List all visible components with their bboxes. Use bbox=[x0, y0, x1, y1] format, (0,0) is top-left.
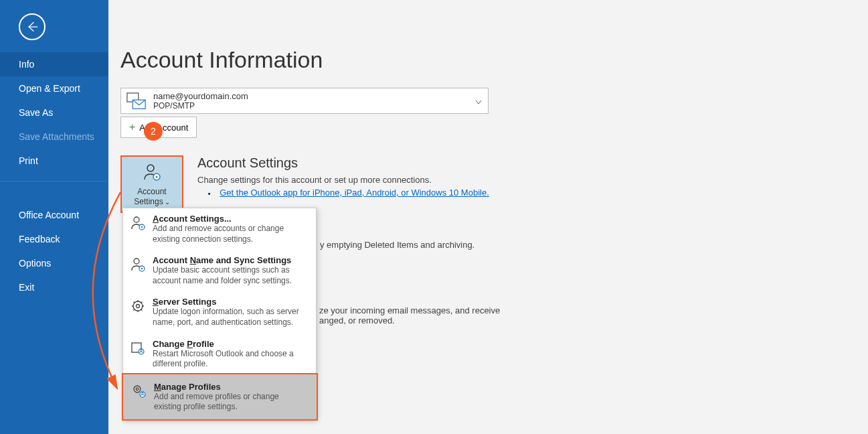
dd-item-name-sync[interactable]: Account Name and Sync SettingsUpdate bas… bbox=[123, 250, 316, 291]
dd-title: Change Profile bbox=[153, 339, 309, 349]
dd-title: Account Settings... bbox=[153, 214, 309, 224]
tile-label-1: Account bbox=[137, 187, 166, 196]
dd-desc: Add and remove accounts or change existi… bbox=[153, 224, 309, 244]
plus-icon: + bbox=[129, 121, 135, 133]
outlook-app-link-row: Get the Outlook app for iPhone, iPad, An… bbox=[208, 188, 586, 198]
tile-label-2: Settings bbox=[134, 197, 163, 206]
svg-point-20 bbox=[134, 386, 141, 392]
dd-item-server-settings[interactable]: Server SettingsUpdate logon information,… bbox=[123, 291, 316, 333]
sidebar-item-print[interactable]: Print bbox=[0, 149, 108, 173]
backstage-sidebar: Info Open & Export Save As Save Attachme… bbox=[0, 0, 108, 434]
svg-point-9 bbox=[134, 217, 139, 222]
svg-point-6 bbox=[147, 165, 154, 171]
sidebar-item-exit[interactable]: Exit bbox=[0, 275, 108, 299]
annotation-badge-2: 2 bbox=[144, 122, 163, 141]
mailbox-fragment: y emptying Deleted Items and archiving. bbox=[320, 240, 588, 250]
account-selector[interactable]: name@yourdomain.com POP/SMTP bbox=[120, 88, 489, 114]
svg-point-12 bbox=[134, 259, 139, 264]
rules-fragment: ze your incoming email messages, and rec… bbox=[319, 305, 587, 326]
sidebar-item-info[interactable]: Info bbox=[0, 52, 108, 76]
account-settings-text: Account Settings Change settings for thi… bbox=[197, 155, 586, 198]
sidebar-item-save-attachments: Save Attachments bbox=[0, 125, 108, 149]
gear-profile-icon bbox=[131, 383, 147, 399]
section-desc: Change settings for this account or set … bbox=[197, 175, 586, 185]
person-gear-icon bbox=[130, 257, 146, 273]
dd-title: Server Settings bbox=[153, 297, 309, 307]
dd-title: Manage Profiles bbox=[154, 382, 308, 392]
svg-point-11 bbox=[141, 226, 143, 228]
profile-icon bbox=[130, 340, 146, 356]
section-heading: Account Settings bbox=[197, 155, 586, 171]
sidebar-item-options[interactable]: Options bbox=[0, 251, 108, 275]
dd-desc: Add and remove profiles or change existi… bbox=[154, 392, 308, 413]
account-email: name@yourdomain.com bbox=[153, 91, 248, 101]
svg-point-14 bbox=[141, 268, 143, 269]
account-settings-icon bbox=[142, 162, 162, 184]
account-settings-dropdown: Account Settings...Add and remove accoun… bbox=[122, 208, 317, 420]
svg-point-16 bbox=[137, 305, 140, 308]
dd-desc: Update logon information, such as server… bbox=[153, 307, 309, 328]
dd-desc: Update basic account settings such as ac… bbox=[153, 265, 309, 286]
svg-point-8 bbox=[156, 175, 158, 177]
page-title: Account Information bbox=[120, 47, 856, 73]
gear-icon bbox=[130, 298, 146, 314]
account-info: name@yourdomain.com POP/SMTP bbox=[153, 91, 248, 111]
dd-title: Account Name and Sync Settings bbox=[153, 255, 309, 265]
sidebar-nav: Info Open & Export Save As Save Attachme… bbox=[0, 52, 108, 299]
account-settings-tile[interactable]: Account Settings⌄ bbox=[120, 155, 183, 213]
dropdown-caret-icon bbox=[476, 95, 481, 107]
sidebar-item-save-as[interactable]: Save As bbox=[0, 100, 108, 125]
account-icon bbox=[126, 92, 147, 110]
dd-desc: Restart Microsoft Outlook and choose a d… bbox=[153, 349, 309, 370]
outlook-app-link[interactable]: Get the Outlook app for iPhone, iPad, An… bbox=[220, 188, 489, 198]
sidebar-divider bbox=[0, 181, 108, 195]
chevron-down-icon: ⌄ bbox=[165, 198, 170, 206]
back-button[interactable] bbox=[19, 13, 46, 40]
dd-item-change-profile[interactable]: Change ProfileRestart Microsoft Outlook … bbox=[123, 334, 316, 375]
sidebar-item-open-export[interactable]: Open & Export bbox=[0, 76, 108, 100]
account-settings-section: Account Settings⌄ Account Settings Chang… bbox=[120, 155, 856, 213]
sidebar-item-office-account[interactable]: Office Account bbox=[0, 203, 108, 227]
dd-item-manage-profiles[interactable]: Manage ProfilesAdd and remove profiles o… bbox=[122, 373, 318, 421]
account-protocol: POP/SMTP bbox=[153, 101, 248, 111]
person-gear-icon bbox=[130, 215, 146, 231]
sidebar-item-feedback[interactable]: Feedback bbox=[0, 227, 108, 251]
dd-item-account-settings[interactable]: Account Settings...Add and remove accoun… bbox=[123, 208, 316, 250]
svg-point-21 bbox=[136, 388, 139, 390]
